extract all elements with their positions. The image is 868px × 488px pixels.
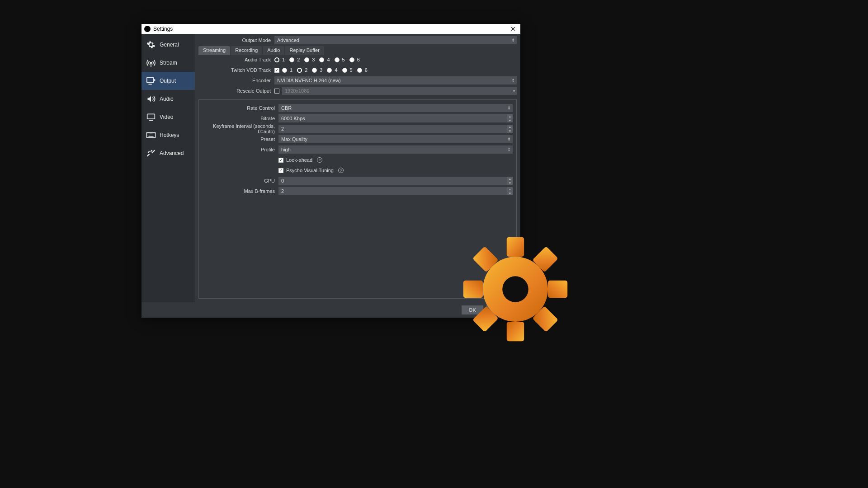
dialog-footer: OK Cancel — [142, 302, 520, 318]
output-tabs: Streaming Recording Audio Replay Buffer — [198, 46, 517, 55]
ok-button[interactable]: OK — [462, 305, 483, 314]
vod-track-radio-4[interactable] — [327, 68, 332, 73]
bitrate-input[interactable]: 6000 Kbps▲▼ — [278, 114, 513, 122]
help-icon[interactable]: ? — [317, 157, 322, 163]
tab-recording[interactable]: Recording — [231, 46, 262, 55]
stepper-icon[interactable]: ▲▼ — [507, 177, 513, 185]
speaker-icon — [145, 94, 157, 104]
sidebar-item-hotkeys[interactable]: Hotkeys — [142, 126, 195, 144]
audio-track-radio-6[interactable] — [349, 57, 354, 62]
sidebar-item-general[interactable]: General — [142, 36, 195, 54]
look-ahead-checkbox[interactable]: ✓ — [278, 158, 283, 163]
vod-track-radio-5[interactable] — [342, 68, 347, 73]
vod-track-radio-1[interactable] — [282, 68, 287, 73]
audio-track-label: Audio Track — [198, 57, 274, 62]
audio-track-group: 1 2 3 4 5 6 — [274, 57, 517, 62]
look-ahead-label: Look-ahead — [286, 157, 312, 163]
vod-track-radio-2[interactable] — [297, 68, 302, 73]
stepper-icon[interactable]: ▲▼ — [507, 114, 513, 122]
sidebar-item-stream[interactable]: Stream — [142, 54, 195, 72]
tab-replay-buffer[interactable]: Replay Buffer — [285, 46, 324, 55]
keyboard-icon — [145, 130, 157, 141]
audio-track-radio-3[interactable] — [304, 57, 309, 62]
close-button[interactable]: ✕ — [509, 25, 518, 33]
updown-icon: ▲▼ — [506, 104, 512, 112]
audio-track-radio-1[interactable] — [274, 57, 279, 62]
sidebar-item-advanced[interactable]: Advanced — [142, 144, 195, 162]
rescale-checkbox[interactable] — [274, 89, 279, 94]
updown-icon: ▲▼ — [510, 36, 516, 44]
help-icon[interactable]: ? — [338, 168, 344, 173]
monitor-icon — [145, 112, 157, 122]
bitrate-label: Bitrate — [203, 116, 278, 121]
rescale-select[interactable]: 868x488 ▾ — [282, 87, 517, 95]
tab-audio[interactable]: Audio — [263, 46, 284, 55]
sidebar-item-video[interactable]: Video — [142, 108, 195, 126]
content-area: Output Mode Advanced ▲▼ Streaming Record… — [195, 34, 520, 302]
gpu-input[interactable]: 0▲▼ — [278, 177, 513, 185]
gpu-label: GPU — [203, 178, 278, 183]
max-bframes-label: Max B-frames — [203, 188, 278, 194]
max-bframes-input[interactable]: 2▲▼ — [278, 187, 513, 195]
tools-icon — [145, 148, 157, 159]
psycho-visual-label: Psycho Visual Tuning — [286, 168, 334, 173]
svg-rect-4 — [147, 114, 155, 119]
profile-select[interactable]: high▲▼ — [278, 145, 513, 154]
profile-label: Profile — [203, 147, 278, 152]
rate-control-label: Rate Control — [203, 105, 278, 111]
settings-window: Settings ✕ General Stream Output — [142, 24, 520, 318]
svg-rect-2 — [147, 78, 154, 83]
twitch-vod-label: Twitch VOD Track — [198, 67, 274, 73]
vod-track-radio-6[interactable] — [357, 68, 362, 73]
settings-sidebar: General Stream Output Audio Video — [142, 34, 195, 302]
updown-icon: ▲▼ — [510, 76, 516, 84]
twitch-vod-checkbox[interactable]: ✓ — [274, 68, 279, 73]
psycho-visual-checkbox[interactable]: ✓ — [278, 168, 283, 173]
gear-icon — [145, 39, 157, 50]
keyframe-input[interactable]: 2▲▼ — [278, 125, 513, 133]
encoder-label: Encoder — [198, 78, 274, 83]
stepper-icon[interactable]: ▲▼ — [507, 187, 513, 195]
encoder-settings-panel: Rate Control CBR▲▼ Bitrate 6000 Kbps▲▼ K… — [198, 99, 517, 299]
tab-streaming[interactable]: Streaming — [198, 46, 230, 55]
audio-track-radio-5[interactable] — [335, 57, 340, 62]
preset-select[interactable]: Max Quality▲▼ — [278, 135, 513, 143]
sidebar-item-output[interactable]: Output — [142, 72, 195, 90]
obs-logo-icon — [144, 26, 151, 32]
rescale-label: Rescale Output — [198, 88, 274, 94]
output-mode-select[interactable]: Advanced ▲▼ — [274, 36, 517, 44]
window-title: Settings — [153, 26, 173, 32]
keyframe-label: Keyframe Interval (seconds, 0=auto) — [203, 123, 278, 134]
stepper-icon[interactable]: ▲▼ — [507, 125, 513, 133]
output-mode-label: Output Mode — [198, 38, 274, 43]
output-icon — [145, 75, 157, 86]
cancel-button[interactable]: Cancel — [486, 305, 516, 314]
audio-track-radio-4[interactable] — [319, 57, 324, 62]
rate-control-select[interactable]: CBR▲▼ — [278, 104, 513, 112]
preset-label: Preset — [203, 136, 278, 142]
updown-icon: ▲▼ — [506, 135, 512, 143]
sidebar-item-audio[interactable]: Audio — [142, 90, 195, 108]
titlebar: Settings ✕ — [142, 24, 520, 34]
twitch-vod-group: ✓ 1 2 3 4 5 6 — [274, 67, 517, 73]
encoder-select[interactable]: NVIDIA NVENC H.264 (new) ▲▼ — [274, 76, 517, 84]
audio-track-radio-2[interactable] — [289, 57, 294, 62]
vod-track-radio-3[interactable] — [312, 68, 317, 73]
antenna-icon — [145, 57, 157, 68]
updown-icon: ▲▼ — [506, 145, 512, 154]
chevron-down-icon: ▾ — [513, 87, 515, 95]
